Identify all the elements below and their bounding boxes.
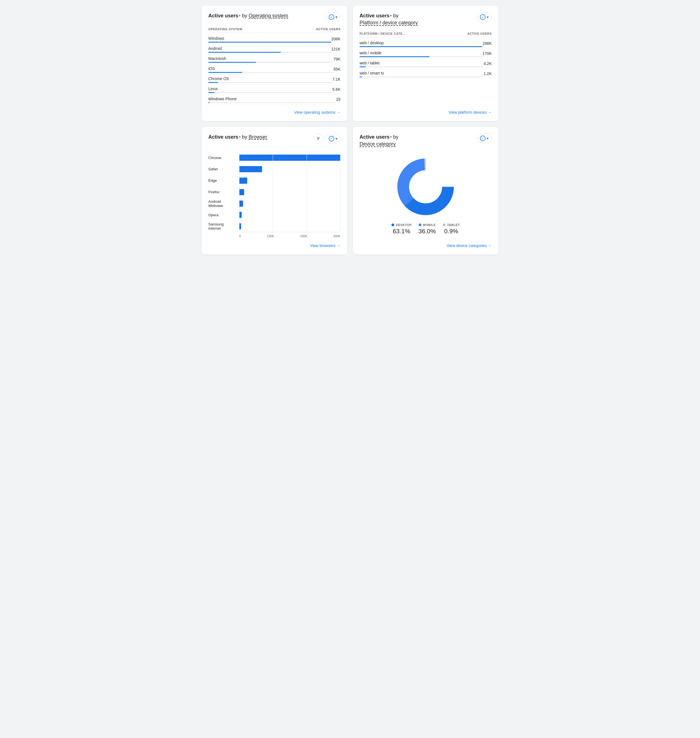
- row-bar: [360, 56, 429, 57]
- platform-device-card: Active users▾ by Platform / device categ…: [353, 6, 499, 121]
- x-axis-label: 100K: [267, 234, 274, 238]
- row-bar-container: [208, 62, 334, 63]
- view-device-categories-link[interactable]: View device categories →: [360, 238, 492, 248]
- legend-item: DESKTOP 63.1%: [391, 223, 412, 235]
- row-cell: iOS: [208, 66, 334, 73]
- bar-label: Chrome: [208, 152, 236, 163]
- operating-system-card: Active users▾ by Operating system ✓ ▾ OP…: [201, 6, 347, 121]
- table-row: web / smart tv 1.2K: [360, 69, 492, 79]
- metric-name: Active users: [208, 12, 238, 19]
- row-value: 25: [336, 97, 340, 102]
- metric-dropdown[interactable]: Active users▾: [208, 12, 241, 19]
- metric-dropdown[interactable]: Active users▾: [208, 134, 241, 141]
- bar-label: Safari: [208, 164, 236, 175]
- table-header: OPERATING SYSTEM ACTIVE USERS: [208, 28, 340, 33]
- metric-caret[interactable]: ▾: [390, 13, 392, 18]
- row-name: iOS: [208, 66, 334, 71]
- row-name: Windows: [208, 36, 331, 41]
- x-axis-label: 300K: [333, 234, 340, 238]
- row-bar-container: [208, 42, 331, 43]
- row-bar-container: [360, 46, 482, 47]
- bar-label: Opera: [208, 209, 236, 220]
- row-name: Windows Phone: [208, 97, 336, 101]
- dimension-label: Platform / device category: [360, 20, 418, 25]
- legend-label-row: DESKTOP: [391, 223, 412, 227]
- row-bar: [208, 92, 215, 93]
- row-name: Android: [208, 46, 331, 51]
- row-bar: [208, 52, 281, 53]
- x-axis-label: 200K: [300, 234, 307, 238]
- legend-item: MOBILE 36.0%: [418, 223, 436, 235]
- view-platform-devices-link[interactable]: View platform devices →: [360, 105, 492, 115]
- grid-lines: [239, 152, 340, 232]
- metric-name: Active users: [360, 134, 390, 141]
- row-cell: web / tablet: [360, 61, 484, 67]
- legend-item: TABLET 0.9%: [443, 223, 460, 235]
- col1-label: OPERATING SYSTEM: [208, 28, 316, 31]
- metric-caret[interactable]: ▾: [390, 135, 392, 140]
- table-row: Windows Phone 25: [208, 94, 340, 105]
- metric-caret[interactable]: ▾: [239, 135, 241, 140]
- card-title: Active users▾ by Operating system: [208, 12, 288, 19]
- bar-label: Samsung Internet: [208, 221, 236, 232]
- check-icon: ✓: [480, 14, 485, 20]
- card-header: Active users▾ by Browser ⛛ ✓ ▾: [208, 134, 340, 144]
- row-bar-container: [360, 66, 484, 67]
- card-header: Active users▾ by Platform / device categ…: [360, 12, 492, 27]
- table-row: Windows 206K: [208, 34, 340, 44]
- row-value: 170K: [482, 51, 492, 56]
- legend-label-row: MOBILE: [419, 223, 436, 227]
- metric-caret[interactable]: ▾: [239, 13, 241, 18]
- col2-label: ACTIVE USERS: [316, 28, 340, 31]
- x-axis-label: 0: [239, 234, 241, 238]
- x-axis: 0100K200K300K: [239, 232, 340, 238]
- row-value: 7.1K: [332, 77, 340, 81]
- row-name: web / smart tv: [360, 71, 484, 75]
- view-operating-systems-link[interactable]: View operating systems →: [208, 105, 340, 115]
- table-row: Macintosh 79K: [208, 54, 340, 64]
- card-title: Active users▾ by Device category: [360, 134, 399, 147]
- dashboard: Active users▾ by Operating system ✓ ▾ OP…: [201, 6, 499, 255]
- row-name: Chrome OS: [208, 77, 332, 81]
- check-icon: ✓: [329, 14, 334, 20]
- metric-name: Active users: [208, 134, 238, 141]
- row-name: web / mobile: [360, 51, 482, 55]
- col2-label: ACTIVE USERS: [467, 32, 492, 35]
- metric-dropdown[interactable]: Active users▾: [360, 12, 392, 19]
- comparison-dropdown[interactable]: ✓ ▾: [326, 134, 340, 143]
- row-value: 55K: [334, 66, 340, 71]
- row-bar: [208, 62, 256, 63]
- donut-container: DESKTOP 63.1% MOBILE 36.0% TABLET 0.9%: [360, 153, 492, 238]
- row-name: Macintosh: [208, 56, 334, 61]
- comparison-dropdown[interactable]: ✓ ▾: [477, 12, 492, 22]
- dimension-label: Device category: [360, 141, 396, 147]
- row-value: 79K: [334, 56, 340, 61]
- bar-label: Android Webview: [208, 198, 236, 209]
- row-name: Linux: [208, 87, 332, 91]
- legend-label: MOBILE: [423, 223, 436, 227]
- row-bar: [208, 42, 331, 43]
- bar-labels-col: ChromeSafariEdgeFirefoxAndroid WebviewOp…: [208, 152, 239, 232]
- row-value: 121K: [331, 46, 340, 51]
- chevron-down-icon: ▾: [487, 136, 488, 141]
- bars-col: [239, 152, 340, 232]
- bar-label: Edge: [208, 175, 236, 186]
- filter-button[interactable]: ⛛: [313, 134, 324, 144]
- comparison-dropdown[interactable]: ✓ ▾: [326, 12, 340, 22]
- row-bar: [360, 77, 362, 77]
- row-bar-container: [208, 72, 334, 73]
- row-cell: Linux: [208, 87, 332, 93]
- legend-label-row: TABLET: [443, 223, 460, 227]
- table-row: Linux 5.6K: [208, 84, 340, 94]
- view-browsers-link[interactable]: View browsers →: [208, 238, 340, 248]
- row-value: 4.2K: [484, 61, 492, 66]
- bar-chart-grid: ChromeSafariEdgeFirefoxAndroid WebviewOp…: [208, 152, 340, 232]
- title-by: by: [242, 13, 249, 19]
- legend-value: 36.0%: [418, 228, 436, 235]
- grid-line: [239, 152, 240, 232]
- metric-dropdown[interactable]: Active users▾: [360, 134, 392, 141]
- comparison-dropdown[interactable]: ✓ ▾: [477, 134, 492, 143]
- chevron-down-icon: ▾: [335, 136, 337, 141]
- filter-icon: ⛛: [316, 136, 321, 141]
- row-cell: web / smart tv: [360, 71, 484, 77]
